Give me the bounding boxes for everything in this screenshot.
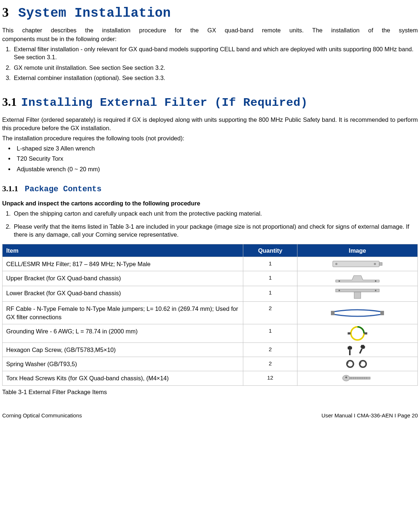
ground-wire-icon bbox=[341, 326, 374, 341]
table-row: Lower Bracket (for GX Quad-band chassis)… bbox=[3, 286, 418, 302]
list-item: Please verify that the items listed in T… bbox=[12, 223, 418, 239]
image-cell bbox=[297, 286, 417, 302]
heading-3: 3.1.1 Package Contents bbox=[2, 183, 418, 195]
image-cell bbox=[297, 342, 417, 357]
image-cell bbox=[297, 271, 417, 286]
heading-1-title: System Installation bbox=[18, 5, 171, 23]
list-item: L-shaped size 3 Allen wrench bbox=[15, 144, 418, 152]
svg-point-3 bbox=[374, 263, 376, 265]
svg-rect-13 bbox=[348, 332, 351, 334]
subsection-bold-line: Unpack and inspect the cartons according… bbox=[2, 199, 418, 207]
image-cell bbox=[297, 257, 417, 271]
quantity-cell: 12 bbox=[243, 371, 297, 385]
svg-rect-7 bbox=[354, 292, 361, 298]
intro-paragraph-line1: This chapter describes the installation … bbox=[2, 26, 418, 34]
table-row: Grounding Wire - 6 AWG; L = 78.74 in (20… bbox=[3, 324, 418, 342]
quantity-cell: 1 bbox=[243, 324, 297, 342]
svg-point-8 bbox=[339, 290, 340, 291]
package-table: Item Quantity Image CELL/ESMR MHz Filter… bbox=[2, 244, 418, 386]
filter-box-icon bbox=[332, 259, 383, 269]
quantity-cell: 1 bbox=[243, 286, 297, 302]
svg-rect-11 bbox=[380, 311, 384, 315]
svg-point-2 bbox=[335, 263, 337, 265]
image-cell bbox=[297, 371, 417, 385]
image-cell bbox=[297, 324, 417, 342]
svg-marker-17 bbox=[360, 344, 366, 350]
list-item: Adjustable wrench (0 ~ 20 mm) bbox=[15, 165, 418, 173]
list-item: GX remote unit iInstallation. See sectio… bbox=[12, 64, 418, 72]
svg-rect-16 bbox=[349, 350, 351, 355]
svg-rect-6 bbox=[336, 289, 379, 292]
svg-rect-14 bbox=[364, 332, 367, 334]
tools-list: L-shaped size 3 Allen wrench T20 Securit… bbox=[2, 144, 418, 173]
item-cell: CELL/ESMR MHz Filter; 817 – 849 MHz; N-T… bbox=[3, 257, 243, 271]
intro-paragraph-line2: components must be in the following orde… bbox=[2, 35, 418, 43]
quantity-cell: 2 bbox=[243, 302, 297, 324]
table-header-image: Image bbox=[297, 244, 417, 257]
svg-point-20 bbox=[360, 361, 366, 367]
table-row: Torx Head Screws Kits (for GX Quad-band … bbox=[3, 371, 418, 385]
svg-rect-1 bbox=[379, 262, 382, 265]
upper-bracket-icon bbox=[334, 273, 381, 284]
table-header-quantity: Quantity bbox=[243, 244, 297, 257]
footer-right: User Manual I CMA-336-AEN I Page 20 bbox=[321, 412, 418, 419]
item-cell: Spring Washer (GB/T93,5) bbox=[3, 357, 243, 371]
svg-point-9 bbox=[375, 290, 376, 291]
table-row: CELL/ESMR MHz Filter; 817 – 849 MHz; N-T… bbox=[3, 257, 418, 271]
quantity-cell: 2 bbox=[243, 342, 297, 357]
quantity-cell: 1 bbox=[243, 271, 297, 286]
list-item: Open the shipping carton and carefully u… bbox=[12, 209, 418, 217]
heading-3-title: Package Contents bbox=[25, 184, 101, 195]
svg-rect-10 bbox=[331, 311, 335, 315]
hex-screw-icon bbox=[345, 344, 370, 355]
main-steps-list: External filter installation - only rele… bbox=[2, 45, 418, 82]
footer-left: Corning Optical Communications bbox=[2, 412, 82, 419]
heading-2-title: Installing External Filter (If Required) bbox=[21, 95, 308, 111]
list-item: External combiner installation (optional… bbox=[12, 74, 418, 82]
page-footer: Corning Optical Communications User Manu… bbox=[2, 412, 418, 419]
spring-washer-icon bbox=[343, 359, 372, 369]
heading-1: 3 System Installation bbox=[2, 4, 418, 23]
list-item: External filter installation - only rele… bbox=[12, 45, 418, 61]
package-steps-list: Open the shipping carton and carefully u… bbox=[2, 209, 418, 239]
torx-screw-icon bbox=[341, 374, 374, 382]
quantity-cell: 1 bbox=[243, 257, 297, 271]
item-cell: Torx Head Screws Kits (for GX Quad-band … bbox=[3, 371, 243, 385]
svg-marker-15 bbox=[348, 346, 352, 350]
table-row: Spring Washer (GB/T93,5)2 bbox=[3, 357, 418, 371]
item-cell: RF Cable - N-Type Female to N-Type Male … bbox=[3, 302, 243, 324]
table-header-row: Item Quantity Image bbox=[3, 244, 418, 257]
image-cell bbox=[297, 357, 417, 371]
heading-2: 3.1 Installing External Filter (If Requi… bbox=[2, 94, 418, 111]
rf-cable-icon bbox=[330, 308, 385, 318]
section-paragraph: The installation procedure requires the … bbox=[2, 134, 418, 142]
section-paragraph: External Filter (ordered separately) is … bbox=[2, 116, 418, 132]
heading-1-number: 3 bbox=[2, 4, 9, 21]
svg-point-4 bbox=[339, 280, 340, 282]
table-caption: Table 3-1 External Filter Package Items bbox=[2, 388, 418, 396]
svg-rect-18 bbox=[359, 349, 363, 354]
table-header-item: Item bbox=[3, 244, 243, 257]
heading-3-number: 3.1.1 bbox=[2, 183, 18, 194]
svg-point-19 bbox=[347, 361, 353, 367]
table-row: Upper Bracket (for GX Quad-band chassis)… bbox=[3, 271, 418, 286]
svg-rect-0 bbox=[333, 261, 379, 267]
table-row: RF Cable - N-Type Female to N-Type Male … bbox=[3, 302, 418, 324]
quantity-cell: 2 bbox=[243, 357, 297, 371]
lower-bracket-icon bbox=[334, 288, 381, 300]
item-cell: Hexagon Cap Screw, (GB/T5783,M5×10) bbox=[3, 342, 243, 357]
heading-2-number: 3.1 bbox=[2, 94, 17, 110]
list-item: T20 Security Torx bbox=[15, 155, 418, 163]
item-cell: Lower Bracket (for GX Quad-band chassis) bbox=[3, 286, 243, 302]
svg-point-5 bbox=[375, 280, 376, 282]
image-cell bbox=[297, 302, 417, 324]
item-cell: Grounding Wire - 6 AWG; L = 78.74 in (20… bbox=[3, 324, 243, 342]
table-row: Hexagon Cap Screw, (GB/T5783,M5×10)2 bbox=[3, 342, 418, 357]
item-cell: Upper Bracket (for GX Quad-band chassis) bbox=[3, 271, 243, 286]
